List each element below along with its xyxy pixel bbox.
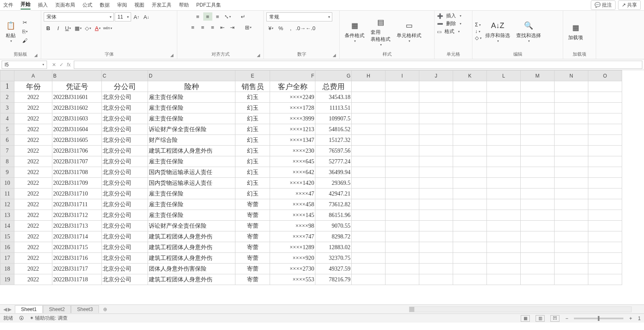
formula-input[interactable] bbox=[74, 61, 642, 69]
cell-M7[interactable] bbox=[521, 146, 555, 156]
cell-I1[interactable] bbox=[385, 81, 419, 92]
cell-B10[interactable]: 2022BJ311709 bbox=[52, 178, 102, 189]
cell-I16[interactable] bbox=[385, 242, 419, 253]
cell-style-button[interactable]: ▭单元格样式▾ bbox=[394, 19, 424, 44]
cell-B4[interactable]: 2022BJ311603 bbox=[52, 113, 102, 124]
cell-O14[interactable] bbox=[588, 221, 622, 231]
cell-B7[interactable]: 2022BJ311706 bbox=[52, 146, 102, 156]
cell-M5[interactable] bbox=[521, 124, 555, 135]
cell-J4[interactable] bbox=[419, 113, 453, 124]
cell-F12[interactable]: ××××458 bbox=[270, 199, 315, 210]
row-header-18[interactable]: 18 bbox=[0, 264, 14, 274]
cell-G16[interactable]: 12883.02 bbox=[315, 242, 352, 253]
cell-L12[interactable] bbox=[487, 199, 521, 210]
cell-M4[interactable] bbox=[521, 113, 555, 124]
sort-filter-button[interactable]: A↓Z排序和筛选▾ bbox=[483, 19, 512, 44]
comma-button[interactable]: , bbox=[286, 24, 295, 32]
align-center-button[interactable]: ≡ bbox=[198, 23, 207, 31]
cell-A18[interactable]: 2022 bbox=[14, 264, 52, 274]
cell-I8[interactable] bbox=[385, 156, 419, 167]
cell-C19[interactable]: 北京分公司 bbox=[102, 274, 148, 285]
cell-K9[interactable] bbox=[453, 167, 487, 178]
cell-I3[interactable] bbox=[385, 103, 419, 113]
increase-font-button[interactable]: A↑ bbox=[132, 13, 141, 21]
cell-F1[interactable]: 客户全称 bbox=[270, 81, 315, 92]
cell-J18[interactable] bbox=[419, 264, 453, 274]
cell-L4[interactable] bbox=[487, 113, 521, 124]
cell-J6[interactable] bbox=[419, 135, 453, 146]
cell-J11[interactable] bbox=[419, 189, 453, 199]
cell-F3[interactable]: ××××1728 bbox=[270, 103, 315, 113]
cell-L19[interactable] bbox=[487, 274, 521, 285]
cell-F7[interactable]: ××××230 bbox=[270, 146, 315, 156]
cell-G13[interactable]: 86151.96 bbox=[315, 210, 352, 221]
decrease-decimal-button[interactable]: ←.0 bbox=[306, 24, 315, 32]
align-middle-button[interactable]: ≡ bbox=[203, 12, 212, 21]
cell-H1[interactable] bbox=[352, 81, 385, 92]
col-header-D[interactable]: D bbox=[148, 71, 235, 81]
border-button[interactable]: ▦▾ bbox=[73, 24, 82, 32]
cell-O5[interactable] bbox=[588, 124, 622, 135]
cell-N13[interactable] bbox=[555, 210, 588, 221]
cell-N5[interactable] bbox=[555, 124, 588, 135]
cell-N15[interactable] bbox=[555, 231, 588, 242]
cell-D16[interactable]: 建筑工程团体人身意外伤 bbox=[148, 242, 235, 253]
confirm-formula-icon[interactable]: ✓ bbox=[59, 62, 63, 68]
cell-H5[interactable] bbox=[352, 124, 385, 135]
fill-button[interactable]: ↓▾ bbox=[475, 28, 482, 34]
cell-M12[interactable] bbox=[521, 199, 555, 210]
cell-F8[interactable]: ××××645 bbox=[270, 156, 315, 167]
cell-G11[interactable]: 42947.21 bbox=[315, 189, 352, 199]
cell-M3[interactable] bbox=[521, 103, 555, 113]
font-name-select[interactable]: 宋体 bbox=[44, 12, 114, 21]
row-header-12[interactable]: 12 bbox=[0, 199, 14, 210]
cell-E5[interactable]: 幻玉 bbox=[235, 124, 270, 135]
cell-J15[interactable] bbox=[419, 231, 453, 242]
cell-O19[interactable] bbox=[588, 274, 622, 285]
cell-L13[interactable] bbox=[487, 210, 521, 221]
cell-C12[interactable]: 北京分公司 bbox=[102, 199, 148, 210]
cell-B14[interactable]: 2022BJ311713 bbox=[52, 221, 102, 231]
cell-M16[interactable] bbox=[521, 242, 555, 253]
row-header-8[interactable]: 8 bbox=[0, 156, 14, 167]
row-header-11[interactable]: 11 bbox=[0, 189, 14, 199]
cell-J14[interactable] bbox=[419, 221, 453, 231]
phonetic-button[interactable]: wén▾ bbox=[103, 24, 112, 32]
autosum-button[interactable]: Σ▾ bbox=[475, 22, 482, 28]
select-all-corner[interactable] bbox=[0, 71, 14, 81]
cell-O9[interactable] bbox=[588, 167, 622, 178]
cell-M10[interactable] bbox=[521, 178, 555, 189]
menu-pdf[interactable]: PDF工具集 bbox=[196, 2, 221, 9]
cell-C10[interactable]: 北京分公司 bbox=[102, 178, 148, 189]
accessibility-status[interactable]: ✶ 辅助功能: 调查 bbox=[30, 315, 68, 322]
cell-C9[interactable]: 北京分公司 bbox=[102, 167, 148, 178]
cell-D1[interactable]: 险种 bbox=[148, 81, 235, 92]
cell-K10[interactable] bbox=[453, 178, 487, 189]
cell-F19[interactable]: ××××553 bbox=[270, 274, 315, 285]
view-page-break-button[interactable]: 凹 bbox=[550, 315, 559, 322]
cell-C2[interactable]: 北京分公司 bbox=[102, 92, 148, 103]
cell-B1[interactable]: 凭证号 bbox=[52, 81, 102, 92]
cell-O12[interactable] bbox=[588, 199, 622, 210]
italic-button[interactable]: I bbox=[54, 24, 63, 32]
cell-C16[interactable]: 北京分公司 bbox=[102, 242, 148, 253]
cell-L2[interactable] bbox=[487, 92, 521, 103]
cell-A2[interactable]: 2022 bbox=[14, 92, 52, 103]
cell-I12[interactable] bbox=[385, 199, 419, 210]
col-header-L[interactable]: L bbox=[487, 71, 521, 81]
cell-E12[interactable]: 寄蕾 bbox=[235, 199, 270, 210]
cell-B15[interactable]: 2022BJ311714 bbox=[52, 231, 102, 242]
cell-K4[interactable] bbox=[453, 113, 487, 124]
cell-M2[interactable] bbox=[521, 92, 555, 103]
cell-E8[interactable]: 幻玉 bbox=[235, 156, 270, 167]
zoom-slider[interactable] bbox=[574, 318, 623, 319]
cell-G4[interactable]: 109907.5 bbox=[315, 113, 352, 124]
cell-B18[interactable]: 2022BJ311717 bbox=[52, 264, 102, 274]
cell-C17[interactable]: 北京分公司 bbox=[102, 253, 148, 264]
cell-N18[interactable] bbox=[555, 264, 588, 274]
cell-K8[interactable] bbox=[453, 156, 487, 167]
cell-H19[interactable] bbox=[352, 274, 385, 285]
cell-B8[interactable]: 2022BJ311707 bbox=[52, 156, 102, 167]
cell-H4[interactable] bbox=[352, 113, 385, 124]
cell-I6[interactable] bbox=[385, 135, 419, 146]
